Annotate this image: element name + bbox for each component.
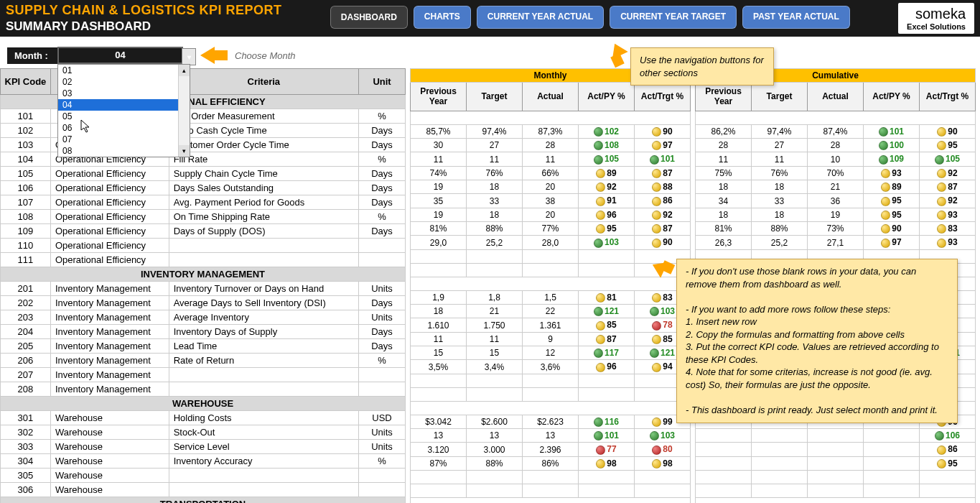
table-row[interactable]: 75%76%70%9392 — [696, 166, 976, 180]
month-option[interactable]: 06 — [58, 122, 190, 134]
table-row[interactable]: 204 Inventory Management Inventory Days … — [1, 325, 406, 339]
nav-charts[interactable]: CHARTS — [414, 6, 471, 29]
table-row[interactable]: 29,025,228,010390 — [411, 236, 691, 249]
table-row[interactable]: 81%88%77%9587 — [411, 222, 691, 236]
table-row[interactable] — [411, 387, 691, 401]
table-row[interactable]: 201 Inventory Management Inventory Turno… — [1, 282, 406, 296]
status-indicator-icon — [652, 321, 661, 331]
table-row[interactable]: 105 Operational Efficiency Supply Chain … — [1, 167, 406, 181]
status-indicator-icon — [652, 141, 661, 150]
month-dropdown[interactable]: 04 ▾ — [57, 47, 183, 64]
table-row[interactable]: 109 Operational Efficiency Days of Suppl… — [1, 224, 406, 239]
table-row[interactable]: 107 Operational Efficiency Avg. Payment … — [1, 195, 406, 210]
status-indicator-icon — [594, 141, 603, 150]
table-row[interactable]: 302 Warehouse Stock-Out Units — [1, 425, 406, 440]
table-row[interactable]: 203 Inventory Management Average Invento… — [1, 310, 406, 325]
table-row[interactable]: 3533389186 — [411, 194, 691, 208]
status-indicator-icon — [937, 224, 946, 234]
table-row[interactable]: 182122121103 — [411, 305, 691, 318]
table-row[interactable]: 111 Operational Efficiency — [1, 253, 406, 267]
monthly-table: Monthly Previous YearTargetActualAct/PY … — [410, 68, 691, 503]
nav-cy-actual[interactable]: CURRENT YEAR ACTUAL — [477, 6, 604, 29]
status-indicator-icon — [596, 335, 605, 344]
table-row[interactable] — [411, 484, 691, 498]
table-row[interactable]: 3.1203.0002.3967780 — [411, 443, 691, 456]
table-row[interactable]: 1818199593 — [696, 208, 976, 221]
status-indicator-icon — [881, 239, 890, 248]
report-subtitle: SUMMARY DASHBOARD — [6, 19, 282, 34]
status-indicator-icon — [594, 239, 603, 248]
month-option[interactable]: 05 — [58, 111, 190, 122]
table-row[interactable]: 95 — [696, 456, 976, 470]
status-indicator-icon — [937, 169, 946, 178]
table-row[interactable]: 108 Operational Efficiency On Time Shipp… — [1, 210, 406, 224]
table-row[interactable]: 106 Operational Efficiency Days Sales Ou… — [1, 181, 406, 195]
table-row[interactable]: 3433369592 — [696, 194, 976, 208]
table-row[interactable] — [411, 471, 691, 484]
table-row[interactable]: 202 Inventory Management Average Days to… — [1, 296, 406, 310]
table-row[interactable]: 87%88%86%9898 — [411, 456, 691, 470]
table-row[interactable] — [696, 471, 976, 484]
nav-py-actual[interactable]: PAST YEAR ACTUAL — [742, 6, 850, 29]
table-row[interactable]: 3,5%3,4%3,6%9694 — [411, 360, 691, 374]
status-indicator-icon — [594, 155, 603, 165]
table-row[interactable]: 151512117121 — [411, 346, 691, 360]
table-row[interactable]: 81%88%73%9083 — [696, 222, 976, 236]
status-indicator-icon — [596, 363, 605, 372]
status-indicator-icon — [937, 446, 946, 455]
month-dropdown-list[interactable]: 01 02 03 04 05 06 07 08 ▴▾ — [57, 64, 190, 157]
table-row[interactable]: 1,91,81,58183 — [411, 290, 691, 304]
month-option[interactable]: 03 — [58, 88, 190, 99]
status-indicator-icon — [881, 211, 890, 220]
status-indicator-icon — [652, 239, 661, 248]
nav-cy-target[interactable]: CURRENT YEAR TARGET — [610, 6, 737, 29]
month-option[interactable]: 01 — [58, 65, 190, 76]
table-row[interactable]: 30272810897 — [411, 139, 691, 152]
status-indicator-icon — [879, 141, 888, 150]
status-indicator-icon — [937, 197, 946, 206]
table-row[interactable]: 1918209288 — [411, 180, 691, 194]
table-row[interactable]: 86 — [696, 443, 976, 456]
table-row[interactable]: 85,7%97,4%87,3%10290 — [411, 124, 691, 138]
status-indicator-icon — [594, 431, 603, 440]
table-row[interactable]: 28272810095 — [696, 139, 976, 152]
hint-arrow-icon — [200, 47, 215, 64]
table-row[interactable]: 208 Inventory Management — [1, 382, 406, 397]
table-row[interactable]: 131313101103 — [411, 429, 691, 443]
table-row[interactable]: 106 — [696, 429, 976, 443]
table-row[interactable]: 304 Warehouse Inventory Accuracy % — [1, 454, 406, 469]
table-row[interactable] — [411, 374, 691, 387]
table-row[interactable]: 111111105101 — [411, 152, 691, 166]
table-row[interactable]: 26,325,227,19793 — [696, 236, 976, 249]
table-row[interactable]: 74%76%66%8987 — [411, 166, 691, 180]
month-option[interactable]: 07 — [58, 134, 190, 145]
table-row[interactable]: 1818218987 — [696, 180, 976, 194]
nav-dashboard[interactable]: DASHBOARD — [330, 6, 408, 29]
brand-logo: someka Excel Solutions — [898, 3, 974, 34]
table-row[interactable]: 206 Inventory Management Rate of Return … — [1, 354, 406, 368]
table-row[interactable]: 110 Operational Efficiency — [1, 239, 406, 253]
table-row[interactable]: $3.042$2.600$2.62311699 — [411, 415, 691, 428]
table-row[interactable]: 205 Inventory Management Lead Time Days — [1, 339, 406, 354]
dropdown-scrollbar[interactable]: ▴▾ — [178, 65, 190, 157]
status-indicator-icon — [594, 417, 603, 427]
table-row[interactable]: 1918209692 — [411, 208, 691, 221]
table-row[interactable] — [411, 263, 691, 277]
dropdown-toggle-icon[interactable]: ▾ — [182, 48, 196, 65]
table-row[interactable]: 207 Inventory Management — [1, 368, 406, 382]
callout-rows: - If you don't use those blank rows in y… — [676, 259, 958, 423]
table-row[interactable]: 86,2%97,4%87,4%10190 — [696, 124, 976, 138]
table-row[interactable]: 306 Warehouse — [1, 483, 406, 497]
table-row[interactable]: 111110109105 — [696, 152, 976, 166]
table-row[interactable]: 303 Warehouse Service Level Units — [1, 440, 406, 454]
table-row[interactable]: 111198785 — [411, 332, 691, 346]
month-option[interactable]: 08 — [58, 145, 190, 157]
table-row[interactable] — [696, 484, 976, 498]
month-selector-row: Month : 04 ▾ Choose Month 01 02 03 04 05… — [0, 37, 980, 68]
month-option-selected[interactable]: 04 — [58, 99, 190, 111]
table-row[interactable] — [411, 249, 691, 263]
table-row[interactable]: 1.6101.7501.3618578 — [411, 318, 691, 332]
table-row[interactable]: 305 Warehouse — [1, 469, 406, 483]
month-option[interactable]: 02 — [58, 76, 190, 88]
table-row[interactable]: 301 Warehouse Holding Costs USD — [1, 411, 406, 425]
